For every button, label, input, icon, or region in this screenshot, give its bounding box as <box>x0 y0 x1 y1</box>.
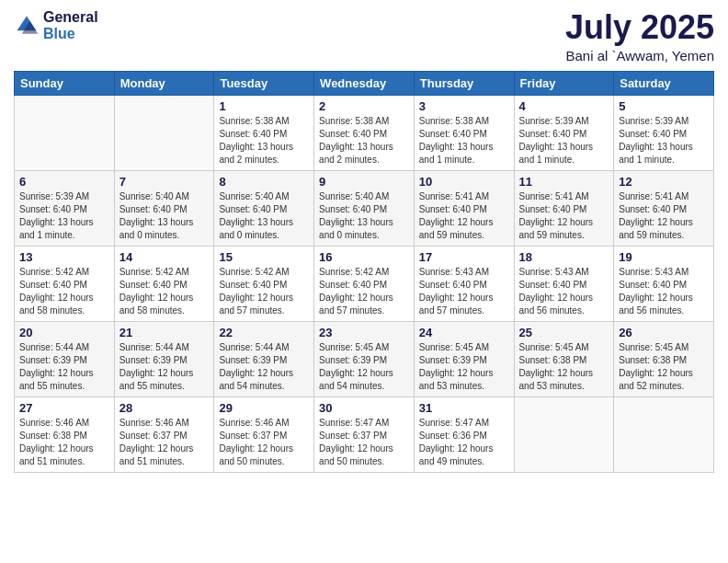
day-info: Sunrise: 5:40 AM Sunset: 6:40 PM Dayligh… <box>119 190 210 242</box>
day-info: Sunrise: 5:47 AM Sunset: 6:37 PM Dayligh… <box>319 417 409 468</box>
empty-cell <box>514 396 614 472</box>
col-header-thursday: Thursday <box>414 71 514 95</box>
day-cell-21: 21Sunrise: 5:44 AM Sunset: 6:39 PM Dayli… <box>114 321 214 396</box>
day-cell-14: 14Sunrise: 5:42 AM Sunset: 6:40 PM Dayli… <box>114 246 214 321</box>
day-info: Sunrise: 5:41 AM Sunset: 6:40 PM Dayligh… <box>619 190 709 242</box>
day-number: 31 <box>419 401 509 415</box>
day-number: 6 <box>19 175 109 189</box>
day-cell-12: 12Sunrise: 5:41 AM Sunset: 6:40 PM Dayli… <box>614 170 714 246</box>
day-number: 27 <box>19 401 109 415</box>
day-info: Sunrise: 5:42 AM Sunset: 6:40 PM Dayligh… <box>119 266 210 317</box>
day-number: 17 <box>419 250 509 264</box>
day-info: Sunrise: 5:39 AM Sunset: 6:40 PM Dayligh… <box>619 115 709 167</box>
day-cell-19: 19Sunrise: 5:43 AM Sunset: 6:40 PM Dayli… <box>614 246 714 321</box>
logo-blue: Blue <box>43 26 98 42</box>
logo-text: General Blue <box>43 9 98 41</box>
day-cell-26: 26Sunrise: 5:45 AM Sunset: 6:38 PM Dayli… <box>614 321 714 396</box>
day-cell-8: 8Sunrise: 5:40 AM Sunset: 6:40 PM Daylig… <box>214 170 314 246</box>
day-cell-30: 30Sunrise: 5:47 AM Sunset: 6:37 PM Dayli… <box>314 396 415 472</box>
day-number: 7 <box>119 175 210 189</box>
header: General Blue July 2025 Bani al `Awwam, Y… <box>14 9 714 63</box>
day-number: 15 <box>219 250 309 264</box>
day-cell-4: 4Sunrise: 5:39 AM Sunset: 6:40 PM Daylig… <box>514 95 614 170</box>
week-row-5: 27Sunrise: 5:46 AM Sunset: 6:38 PM Dayli… <box>15 396 714 472</box>
day-cell-11: 11Sunrise: 5:41 AM Sunset: 6:40 PM Dayli… <box>514 170 614 246</box>
day-cell-15: 15Sunrise: 5:42 AM Sunset: 6:40 PM Dayli… <box>214 246 314 321</box>
day-cell-3: 3Sunrise: 5:38 AM Sunset: 6:40 PM Daylig… <box>414 95 514 170</box>
day-info: Sunrise: 5:38 AM Sunset: 6:40 PM Dayligh… <box>319 115 409 167</box>
day-cell-22: 22Sunrise: 5:44 AM Sunset: 6:39 PM Dayli… <box>214 321 314 396</box>
day-cell-31: 31Sunrise: 5:47 AM Sunset: 6:36 PM Dayli… <box>414 396 514 472</box>
day-info: Sunrise: 5:43 AM Sunset: 6:40 PM Dayligh… <box>519 266 609 317</box>
col-header-friday: Friday <box>514 71 614 95</box>
day-info: Sunrise: 5:46 AM Sunset: 6:38 PM Dayligh… <box>19 417 109 468</box>
day-cell-23: 23Sunrise: 5:45 AM Sunset: 6:39 PM Dayli… <box>314 321 415 396</box>
day-info: Sunrise: 5:45 AM Sunset: 6:38 PM Dayligh… <box>519 341 609 393</box>
day-cell-18: 18Sunrise: 5:43 AM Sunset: 6:40 PM Dayli… <box>514 246 614 321</box>
day-info: Sunrise: 5:39 AM Sunset: 6:40 PM Dayligh… <box>19 190 109 242</box>
day-cell-2: 2Sunrise: 5:38 AM Sunset: 6:40 PM Daylig… <box>314 95 415 170</box>
day-info: Sunrise: 5:45 AM Sunset: 6:39 PM Dayligh… <box>419 341 509 393</box>
empty-cell <box>614 396 714 472</box>
day-cell-10: 10Sunrise: 5:41 AM Sunset: 6:40 PM Dayli… <box>414 170 514 246</box>
day-info: Sunrise: 5:45 AM Sunset: 6:38 PM Dayligh… <box>619 341 709 393</box>
day-cell-25: 25Sunrise: 5:45 AM Sunset: 6:38 PM Dayli… <box>514 321 614 396</box>
day-number: 29 <box>219 401 309 415</box>
week-row-2: 6Sunrise: 5:39 AM Sunset: 6:40 PM Daylig… <box>15 170 714 246</box>
day-number: 5 <box>619 99 709 113</box>
day-cell-28: 28Sunrise: 5:46 AM Sunset: 6:37 PM Dayli… <box>114 396 214 472</box>
day-cell-6: 6Sunrise: 5:39 AM Sunset: 6:40 PM Daylig… <box>15 170 115 246</box>
day-info: Sunrise: 5:44 AM Sunset: 6:39 PM Dayligh… <box>19 341 109 393</box>
day-number: 19 <box>619 250 709 264</box>
day-number: 1 <box>219 99 309 113</box>
day-number: 11 <box>519 175 609 189</box>
day-cell-7: 7Sunrise: 5:40 AM Sunset: 6:40 PM Daylig… <box>114 170 214 246</box>
week-row-3: 13Sunrise: 5:42 AM Sunset: 6:40 PM Dayli… <box>15 246 714 321</box>
day-number: 14 <box>119 250 210 264</box>
day-number: 3 <box>419 99 509 113</box>
empty-cell <box>114 95 214 170</box>
header-row: SundayMondayTuesdayWednesdayThursdayFrid… <box>15 71 714 95</box>
day-number: 20 <box>19 326 109 339</box>
day-info: Sunrise: 5:39 AM Sunset: 6:40 PM Dayligh… <box>519 115 609 167</box>
day-info: Sunrise: 5:46 AM Sunset: 6:37 PM Dayligh… <box>219 417 309 468</box>
col-header-saturday: Saturday <box>614 71 714 95</box>
day-cell-1: 1Sunrise: 5:38 AM Sunset: 6:40 PM Daylig… <box>214 95 314 170</box>
main-title: July 2025 <box>565 9 714 46</box>
day-number: 21 <box>119 326 210 339</box>
day-number: 10 <box>419 175 509 189</box>
day-info: Sunrise: 5:42 AM Sunset: 6:40 PM Dayligh… <box>219 266 309 317</box>
day-info: Sunrise: 5:43 AM Sunset: 6:40 PM Dayligh… <box>419 266 509 317</box>
day-cell-16: 16Sunrise: 5:42 AM Sunset: 6:40 PM Dayli… <box>314 246 415 321</box>
day-cell-5: 5Sunrise: 5:39 AM Sunset: 6:40 PM Daylig… <box>614 95 714 170</box>
day-number: 26 <box>619 326 709 339</box>
day-info: Sunrise: 5:38 AM Sunset: 6:40 PM Dayligh… <box>219 115 309 167</box>
week-row-4: 20Sunrise: 5:44 AM Sunset: 6:39 PM Dayli… <box>15 321 714 396</box>
day-number: 24 <box>419 326 509 339</box>
week-row-1: 1Sunrise: 5:38 AM Sunset: 6:40 PM Daylig… <box>15 95 714 170</box>
day-number: 16 <box>319 250 409 264</box>
col-header-sunday: Sunday <box>15 71 115 95</box>
day-info: Sunrise: 5:47 AM Sunset: 6:36 PM Dayligh… <box>419 417 509 468</box>
subtitle: Bani al `Awwam, Yemen <box>565 48 714 63</box>
day-cell-24: 24Sunrise: 5:45 AM Sunset: 6:39 PM Dayli… <box>414 321 514 396</box>
page: General Blue July 2025 Bani al `Awwam, Y… <box>0 0 728 563</box>
day-number: 25 <box>519 326 609 339</box>
day-number: 18 <box>519 250 609 264</box>
logo: General Blue <box>14 9 98 41</box>
col-header-tuesday: Tuesday <box>214 71 314 95</box>
day-cell-9: 9Sunrise: 5:40 AM Sunset: 6:40 PM Daylig… <box>314 170 415 246</box>
day-info: Sunrise: 5:42 AM Sunset: 6:40 PM Dayligh… <box>19 266 109 317</box>
col-header-wednesday: Wednesday <box>314 71 415 95</box>
day-number: 12 <box>619 175 709 189</box>
day-info: Sunrise: 5:38 AM Sunset: 6:40 PM Dayligh… <box>419 115 509 167</box>
day-info: Sunrise: 5:44 AM Sunset: 6:39 PM Dayligh… <box>219 341 309 393</box>
day-number: 23 <box>319 326 409 339</box>
day-info: Sunrise: 5:40 AM Sunset: 6:40 PM Dayligh… <box>219 190 309 242</box>
day-number: 13 <box>19 250 109 264</box>
title-block: July 2025 Bani al `Awwam, Yemen <box>565 9 714 63</box>
day-cell-13: 13Sunrise: 5:42 AM Sunset: 6:40 PM Dayli… <box>15 246 115 321</box>
day-number: 8 <box>219 175 309 189</box>
day-cell-29: 29Sunrise: 5:46 AM Sunset: 6:37 PM Dayli… <box>214 396 314 472</box>
day-number: 4 <box>519 99 609 113</box>
